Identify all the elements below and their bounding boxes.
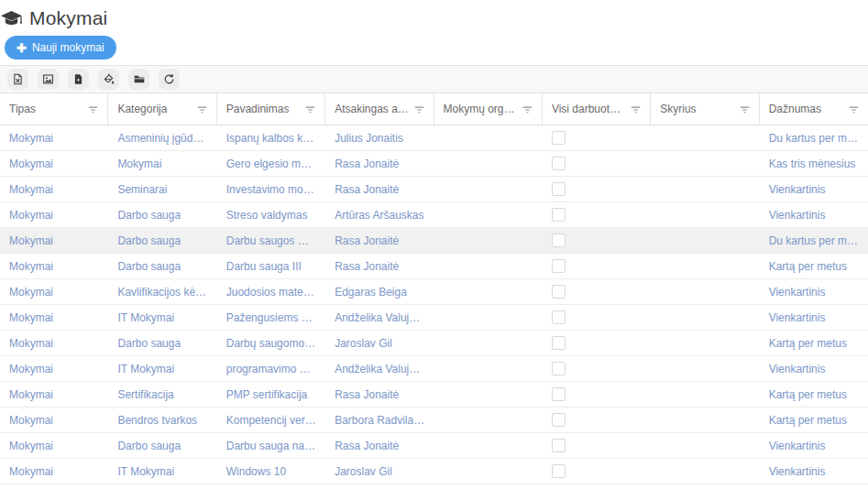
refresh-button[interactable] (159, 69, 180, 90)
all-employees-checkbox[interactable] (552, 259, 566, 273)
cell-kategorija: Bendros tvarkos (108, 414, 216, 427)
column-label: Mokymų orga... (444, 103, 518, 115)
cell-kategorija: Asmeninių įgūdžių to... (108, 132, 216, 145)
folder-button[interactable] (128, 69, 149, 90)
new-training-button[interactable]: ✚ Nauji mokymai (5, 36, 116, 60)
cell-daznumas: Vienkartinis (760, 183, 868, 196)
table-row[interactable]: MokymaiDarbo saugaStreso valdymasArtūras… (0, 202, 868, 228)
export-file-icon (72, 73, 84, 85)
refresh-icon (163, 73, 175, 85)
plus-icon: ✚ (16, 42, 27, 54)
cell-visi_darbuotojai (543, 234, 651, 247)
export-file-button[interactable] (68, 69, 89, 90)
cell-atsakingas: Artūras Aršauskas (325, 209, 434, 222)
filter-icon[interactable] (739, 103, 751, 115)
cell-kategorija: Sertifikacija (108, 388, 216, 401)
table-row[interactable]: MokymaiSertifikacijaPMP sertifikacijaRas… (0, 382, 868, 408)
cell-visi_darbuotojai (543, 157, 651, 170)
table-row[interactable]: MokymaiAsmeninių įgūdžių to...Ispanų kal… (0, 125, 868, 151)
cell-daznumas: Kas tris mėnesius (760, 158, 868, 170)
filter-icon[interactable] (87, 103, 99, 115)
cell-tipas: Mokymai (0, 363, 108, 375)
all-employees-checkbox[interactable] (552, 387, 566, 401)
cell-tipas: Mokymai (0, 260, 108, 273)
all-employees-checkbox[interactable] (552, 157, 566, 170)
cell-kategorija: Mokymai (108, 158, 216, 170)
table-row[interactable]: MokymaiBendros tvarkosKompetencij vertin… (0, 408, 868, 433)
table-row[interactable]: MokymaiKavlifikacijos kėlimo ...Juodosio… (0, 279, 868, 305)
filter-icon[interactable] (196, 103, 208, 115)
cell-kategorija: IT Mokymai (108, 363, 216, 375)
filter-icon[interactable] (522, 103, 533, 115)
export-excel-button[interactable] (7, 69, 28, 90)
column-header-mokymu_organizatorius[interactable]: Mokymų orga... (434, 93, 543, 125)
table-row[interactable]: MokymaiIT MokymaiWindows 10Jaroslav GilV… (0, 459, 868, 484)
column-label: Kategorija (117, 103, 167, 115)
cell-tipas: Mokymai (0, 414, 108, 427)
export-image-button[interactable] (38, 69, 59, 90)
cell-visi_darbuotojai (543, 336, 651, 350)
column-header-tipas[interactable]: Tipas (0, 93, 108, 125)
cell-daznumas: Vienkartinis (760, 286, 868, 299)
cell-visi_darbuotojai (543, 285, 651, 299)
all-employees-checkbox[interactable] (552, 336, 566, 350)
cell-pavadinimas: Darbu sauga nauja (217, 440, 325, 452)
column-header-daznumas[interactable]: Dažnumas (760, 93, 868, 125)
filter-icon[interactable] (304, 103, 316, 115)
cell-atsakingas: Edgaras Beiga (325, 286, 434, 299)
cell-daznumas: Vienkartinis (760, 465, 868, 478)
filter-icon[interactable] (848, 103, 860, 115)
column-label: Pavadinimas (226, 103, 290, 115)
cell-visi_darbuotojai (543, 387, 651, 401)
cell-daznumas: Du kartus per metus (760, 132, 868, 145)
fill-color-icon (103, 73, 115, 85)
all-employees-checkbox[interactable] (552, 208, 566, 222)
cell-daznumas: Vienkartinis (760, 363, 868, 375)
table-row[interactable]: MokymaiSeminaraiInvestavimo mokymaiRasa … (0, 177, 868, 202)
cell-visi_darbuotojai (543, 362, 651, 375)
new-training-label: Nauji mokymai (32, 41, 104, 54)
cell-pavadinimas: PMP sertifikacija (217, 388, 325, 401)
cell-daznumas: Kartą per metus (760, 337, 868, 350)
page-title: Mokymai (29, 7, 107, 29)
cell-tipas: Mokymai (0, 209, 108, 222)
column-header-kategorija[interactable]: Kategorija (108, 93, 216, 125)
column-header-atsakingas[interactable]: Atsakingas as... (325, 93, 434, 125)
cell-pavadinimas: Streso valdymas (217, 209, 325, 222)
fill-color-button[interactable] (98, 69, 119, 90)
all-employees-checkbox[interactable] (552, 285, 566, 299)
export-excel-icon (12, 73, 24, 85)
cell-kategorija: Darbo sauga (108, 260, 216, 273)
all-employees-checkbox[interactable] (552, 310, 566, 324)
cell-atsakingas: Jaroslav Gil (325, 465, 434, 478)
cell-visi_darbuotojai (543, 439, 651, 452)
column-label: Atsakingas as... (335, 103, 409, 115)
all-employees-checkbox[interactable] (552, 464, 566, 478)
all-employees-checkbox[interactable] (552, 131, 566, 145)
table-row[interactable]: MokymaiDarbo saugaDarbu sauga naujaRasa … (0, 433, 868, 459)
cell-pavadinimas: Darbu sauga III (217, 260, 325, 273)
all-employees-checkbox[interactable] (552, 439, 566, 452)
filter-icon[interactable] (413, 103, 425, 115)
all-employees-checkbox[interactable] (552, 234, 566, 247)
cell-atsakingas: Rasa Jonaitė (325, 388, 434, 401)
cell-kategorija: IT Mokymai (108, 465, 216, 478)
table-row[interactable]: MokymaiDarbo saugaDarbų saugomo mok...Ja… (0, 331, 868, 356)
filter-icon[interactable] (630, 103, 642, 115)
column-header-visi_darbuotojai[interactable]: Visi darbuotojai (543, 93, 651, 125)
table-row[interactable]: MokymaiIT Mokymaiprogramavimo moky...And… (0, 356, 868, 382)
all-employees-checkbox[interactable] (552, 362, 566, 375)
table-row[interactable]: MokymaiDarbo saugaDarbu sauga IIIRasa Jo… (0, 254, 868, 279)
all-employees-checkbox[interactable] (552, 182, 566, 196)
cell-kategorija: Darbo sauga (108, 337, 216, 350)
table-row[interactable]: MokymaiIT MokymaiPažengusiems Excel...An… (0, 305, 868, 331)
all-employees-checkbox[interactable] (552, 413, 566, 427)
column-header-pavadinimas[interactable]: Pavadinimas (217, 93, 325, 125)
cell-daznumas: Vienkartinis (760, 440, 868, 452)
column-header-skyrius[interactable]: Skyrius (651, 93, 759, 125)
table-row[interactable]: MokymaiMokymaiGero elgesio mokymaiRasa J… (0, 151, 868, 177)
cell-kategorija: Kavlifikacijos kėlimo ... (108, 286, 216, 299)
cell-tipas: Mokymai (0, 158, 108, 170)
cell-atsakingas: Andželika Valujevičiū... (325, 363, 434, 375)
table-row[interactable]: MokymaiDarbo saugaDarbu saugos moky...Ra… (0, 228, 868, 254)
